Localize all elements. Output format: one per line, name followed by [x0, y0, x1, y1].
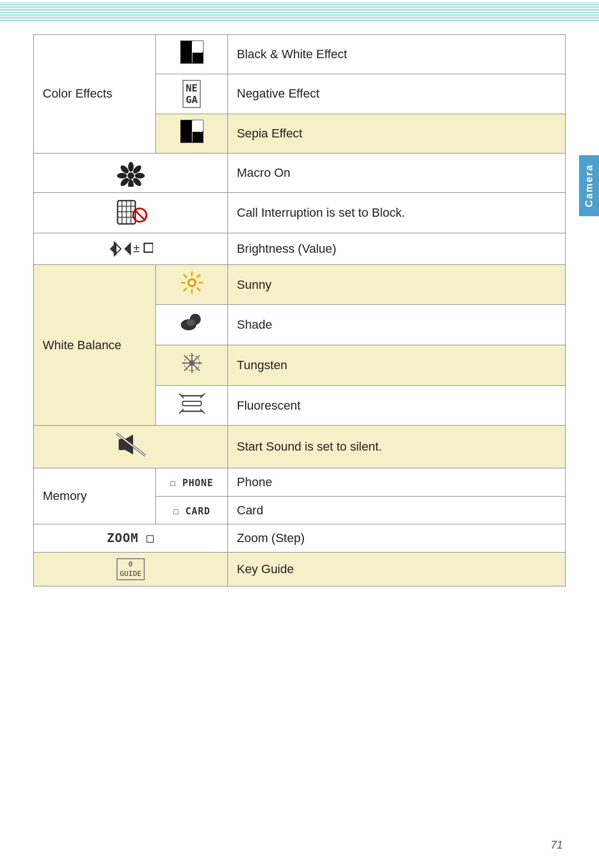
memory-label: Memory	[34, 468, 156, 524]
shade-description: Shade	[228, 305, 566, 345]
white-balance-label: White Balance	[34, 264, 156, 426]
call-icon-cell	[34, 192, 228, 233]
main-content: Color Effects Black	[0, 23, 599, 598]
bw-description: Black & White Effect	[228, 35, 566, 74]
table-row: Call Interruption is set to Block.	[34, 192, 566, 233]
macro-icon	[43, 159, 219, 187]
page-number: 71	[551, 839, 563, 851]
brightness-icon-cell: ±	[34, 233, 228, 264]
sunny-icon-cell	[156, 264, 228, 305]
sunny-description: Sunny	[228, 264, 566, 305]
sepia-icon	[180, 132, 204, 146]
svg-line-39	[197, 274, 200, 278]
fluorescent-description: Fluorescent	[228, 385, 566, 426]
svg-point-44	[186, 319, 195, 326]
neg-icon-cell: NEGA	[156, 74, 228, 114]
svg-rect-5	[181, 120, 192, 142]
table-row: Macro On	[34, 153, 566, 192]
guide-icon-cell: 0GUIDE	[34, 553, 228, 586]
svg-rect-3	[192, 53, 203, 63]
svg-point-15	[117, 173, 127, 178]
phone-icon-cell: ☐ PHONE	[156, 468, 228, 497]
svg-rect-7	[192, 132, 203, 142]
svg-rect-31	[144, 243, 153, 252]
page-container: Camera Color Effects	[0, 0, 599, 868]
tungsten-description: Tungsten	[228, 345, 566, 385]
fluorescent-icon-cell	[156, 385, 228, 426]
guide-description: Key Guide	[228, 553, 566, 586]
table-row: 0GUIDE Key Guide	[34, 553, 566, 586]
shade-icon	[180, 324, 204, 338]
call-interrupt-icon	[43, 198, 219, 227]
phone-description: Phone	[228, 468, 566, 497]
sunny-icon	[180, 284, 204, 298]
svg-point-11	[135, 173, 145, 178]
neg-description: Negative Effect	[228, 74, 566, 114]
svg-rect-1	[181, 41, 192, 63]
fluorescent-icon	[178, 405, 206, 418]
macro-description: Macro On	[228, 153, 566, 192]
svg-line-40	[184, 288, 187, 291]
sound-description: Start Sound is set to silent.	[228, 426, 566, 468]
call-description: Call Interruption is set to Block.	[228, 192, 566, 233]
svg-rect-6	[192, 120, 203, 131]
svg-point-9	[128, 162, 134, 172]
bw-icon-cell	[156, 35, 228, 74]
sepia-icon-cell	[156, 114, 228, 153]
zoom-icon: ZOOM □	[107, 531, 154, 545]
brightness-description: Brightness (Value)	[228, 233, 566, 264]
sound-silent-icon	[114, 447, 148, 461]
top-header-stripes	[0, 0, 599, 23]
table-row: Memory ☐ PHONE Phone	[34, 468, 566, 497]
reference-table: Color Effects Black	[33, 34, 566, 586]
svg-text:±: ±	[133, 241, 140, 255]
zoom-icon-cell: ZOOM □	[34, 524, 228, 553]
svg-point-41	[190, 280, 194, 285]
card-description: Card	[228, 496, 566, 524]
tungsten-icon	[180, 364, 204, 378]
sound-icon-cell	[34, 426, 228, 468]
bw-icon	[180, 53, 204, 67]
neg-icon: NEGA	[182, 80, 201, 108]
table-row: White Balance	[34, 264, 566, 305]
svg-rect-52	[182, 401, 201, 406]
card-icon: ☐ CARD	[173, 506, 210, 517]
color-effects-label: Color Effects	[34, 35, 156, 154]
card-icon-cell: ☐ CARD	[156, 496, 228, 524]
table-row: Start Sound is set to silent.	[34, 426, 566, 468]
svg-point-8	[128, 172, 134, 179]
shade-icon-cell	[156, 305, 228, 345]
sepia-description: Sepia Effect	[228, 114, 566, 153]
phone-icon: ☐ PHONE	[170, 477, 214, 488]
tungsten-icon-cell	[156, 345, 228, 385]
guide-icon: 0GUIDE	[116, 558, 145, 580]
brightness-icon: ±	[43, 239, 219, 259]
zoom-description: Zoom (Step)	[228, 524, 566, 553]
svg-rect-2	[192, 41, 203, 52]
svg-line-38	[197, 288, 200, 291]
macro-icon-cell	[34, 153, 228, 192]
table-row: Color Effects Black	[34, 35, 566, 74]
table-row: ± Brightness (Value)	[34, 233, 566, 264]
table-row: ZOOM □ Zoom (Step)	[34, 524, 566, 553]
svg-marker-29	[124, 242, 131, 256]
svg-line-37	[184, 274, 187, 278]
